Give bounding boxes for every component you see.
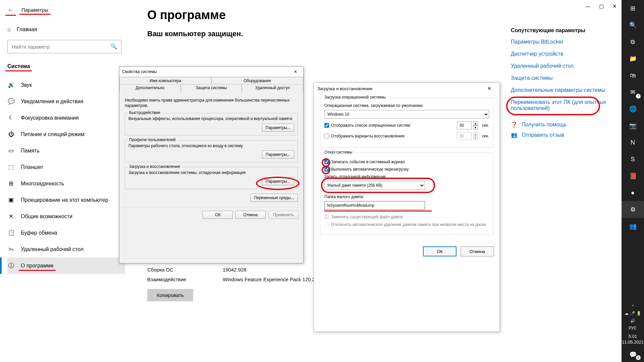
dump-type-select[interactable]: Малый дамп памяти (256 КB) — [324, 181, 425, 190]
taskbar-onenote[interactable]: N — [622, 134, 644, 151]
taskbar-skype[interactable]: S — [622, 151, 644, 168]
sidebar-item-9[interactable]: 📋Буфер обмена — [7, 225, 125, 241]
sidebar-item-6[interactable]: ⊞Многозадачность — [7, 175, 125, 192]
related-link-3[interactable]: Защита системы — [511, 75, 608, 81]
minimize-button[interactable]: — — [585, 3, 590, 9]
sidebar-item-8[interactable]: ✕Общие возможности — [7, 208, 125, 225]
get-help-link[interactable]: ❓ Получить помощь — [511, 121, 608, 128]
related-link-0[interactable]: Параметры BitLocker — [511, 39, 608, 45]
tab-hardware[interactable]: Оборудование — [211, 77, 303, 84]
nav-label: Фокусировка внимания — [21, 115, 79, 121]
sidebar-item-2[interactable]: ☾Фокусировка внимания — [7, 110, 125, 126]
sidebar-item-10[interactable]: >‹Удаленный рабочий стол — [7, 241, 125, 257]
sidebar-item-5[interactable]: ⬚Планшет — [7, 159, 125, 175]
default-os-select[interactable]: Windows 10 — [324, 110, 489, 119]
tray-chevron-icon[interactable]: ＜ — [631, 303, 635, 308]
sidebar-item-11[interactable]: ⓘО программе — [7, 257, 125, 274]
spin-down-icon[interactable]: ▼ — [473, 125, 478, 129]
maximize-button[interactable]: ▢ — [599, 3, 604, 9]
nav-icon: ⓘ — [7, 262, 15, 269]
page-title: О программе — [147, 8, 607, 22]
overwrite-dump-checkbox — [324, 215, 329, 219]
nav-icon: ⊞ — [7, 180, 15, 187]
tray-onedrive-icon[interactable]: ☁ — [625, 311, 629, 316]
tray-mic-icon[interactable]: 🎤 — [630, 311, 635, 316]
taskbar-taskview[interactable]: ⧉ — [622, 34, 644, 50]
taskbar-explorer[interactable]: 📁 — [622, 50, 644, 67]
tab-computer-name[interactable]: Имя компьютера — [119, 77, 211, 84]
tray-lang[interactable]: РУС — [629, 326, 637, 330]
nav-label: Буфер обмена — [21, 230, 57, 236]
related-link-5[interactable]: Переименовать этот ПК (для опытных польз… — [511, 99, 608, 111]
auto-restart-checkbox[interactable] — [324, 167, 329, 172]
related-link-1[interactable]: Диспетчер устройств — [511, 51, 608, 57]
skype-icon: S — [631, 156, 635, 163]
related-link-4[interactable]: Дополнительные параметры системы — [511, 87, 608, 93]
nav-label: Удаленный рабочий стол — [21, 246, 84, 252]
sidebar-item-7[interactable]: ▣Проецирование на этот компьютер — [7, 192, 125, 208]
nav-label: Память — [21, 148, 40, 154]
edge-icon: 🌐 — [629, 105, 637, 113]
nav-label: О программе — [21, 263, 54, 269]
tray-battery-icon[interactable]: 🔋 — [636, 311, 641, 316]
sidebar-item-0[interactable]: 🔊Звук — [7, 77, 125, 93]
taskbar-search[interactable]: 🔍 — [622, 17, 644, 34]
nav-icon: ⬚ — [7, 164, 15, 171]
taskbar-app2[interactable]: 👥 — [622, 218, 644, 235]
copy-button[interactable]: Копировать — [147, 289, 193, 301]
performance-group: Быстродействие Визуальные эффекты, испол… — [125, 113, 298, 135]
taskbar-edge[interactable]: 🌐 — [622, 101, 644, 117]
nav-label: Планшет — [21, 164, 43, 170]
sidebar-item-1[interactable]: 💬Уведомления и действия — [7, 93, 125, 110]
back-button[interactable]: ← — [7, 6, 14, 14]
env-vars-button[interactable]: Переменные среды... — [250, 194, 298, 202]
sidebar-item-4[interactable]: ▭Память — [7, 142, 125, 159]
related-link-2[interactable]: Удаленный рабочий стол — [511, 63, 608, 69]
app2-icon: 👥 — [629, 223, 637, 230]
feedback-link[interactable]: 👥 Отправить отзыв — [511, 132, 608, 138]
performance-params-button[interactable]: Параметры... — [262, 124, 294, 132]
home-nav[interactable]: ⌂ Главная — [7, 24, 125, 35]
boot-close-icon[interactable]: ✕ — [483, 84, 496, 93]
app1-icon: ● — [631, 189, 635, 196]
profiles-params-button[interactable]: Параметры... — [262, 150, 294, 159]
boot-params-button[interactable]: Параметры... — [262, 177, 294, 185]
tray-clock[interactable]: 5:01 11.05.2021 — [622, 332, 644, 347]
taskbar-mail[interactable]: ✉7 — [622, 84, 644, 101]
nav-label: Проецирование на этот компьютер — [21, 197, 108, 203]
boot-cancel-button[interactable]: Отмена — [461, 246, 494, 256]
notification-icon: 💬 — [629, 351, 637, 358]
search-input[interactable] — [7, 40, 121, 53]
tray-notifications[interactable]: 💬 9 — [622, 347, 644, 362]
nav-icon: ✕ — [7, 213, 15, 220]
nav-label: Питание и спящий режим — [21, 131, 85, 137]
taskbar-store[interactable]: 🛍 — [622, 67, 644, 84]
sidebar-item-3[interactable]: ⏻Питание и спящий режим — [7, 126, 125, 142]
spin-up-icon[interactable]: ▲ — [473, 121, 478, 125]
sysprops-close-icon[interactable]: ✕ — [290, 68, 301, 75]
profiles-group: Профили пользователей Параметры рабочего… — [125, 140, 298, 162]
taskbar-acrobat[interactable]: 📕 — [622, 168, 644, 184]
tab-remote[interactable]: Удаленный доступ — [242, 84, 303, 92]
sysprops-apply-button[interactable]: Применить — [268, 211, 299, 219]
taskbar-app1[interactable]: ● — [622, 184, 644, 201]
os-list-seconds-input[interactable] — [457, 121, 472, 129]
tab-advanced[interactable]: Дополнительно — [119, 84, 181, 92]
taskbar-start[interactable]: ⊞ — [622, 0, 644, 17]
close-button[interactable]: ✕ — [612, 3, 617, 9]
sysprops-ok-button[interactable]: ОК — [203, 211, 233, 219]
dump-path-input[interactable] — [324, 201, 425, 210]
taskbar-settings[interactable]: ⚙ — [622, 201, 644, 218]
nav-icon: ⏻ — [7, 131, 15, 138]
related-heading: Сопутствующие параметры — [511, 27, 608, 34]
taskbar-photos[interactable]: 📷 — [622, 117, 644, 134]
tab-protection[interactable]: Защита системы — [181, 84, 242, 92]
store-icon: 🛍 — [630, 72, 636, 79]
show-recovery-checkbox[interactable] — [324, 134, 329, 138]
show-os-list-checkbox[interactable] — [324, 123, 329, 128]
search-icon: 🔍 — [110, 43, 117, 50]
sysprops-cancel-button[interactable]: Отмена — [235, 211, 266, 219]
tray-volume-icon[interactable]: 🔊 — [630, 318, 635, 323]
write-event-checkbox[interactable] — [324, 160, 329, 164]
boot-ok-button[interactable]: ОК — [423, 246, 457, 256]
